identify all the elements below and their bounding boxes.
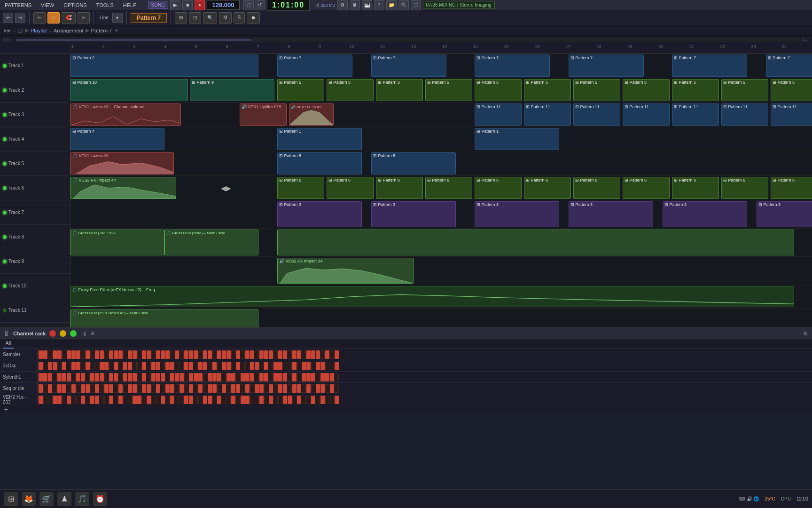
step-btn-step-row-seqordie-47[interactable] [259,384,264,393]
step-btn-step-row-seqordie-25[interactable] [156,384,160,393]
step-btn-step-row-seqordie-11[interactable] [90,384,94,393]
track-control-9[interactable]: Track 9 [0,249,70,274]
step-btn-step-row-sylenth1-25[interactable] [156,373,160,381]
step-btn-step-row-sampler-40[interactable] [226,350,231,359]
step-btn-step-row-veh2-5[interactable] [62,396,66,404]
step-btn-step-row-veh2-44[interactable] [245,396,250,404]
step-btn-step-row-3xosc-40[interactable] [226,362,231,370]
step-btn-step-row-sampler-22[interactable] [142,350,146,359]
step-btn-step-row-sylenth1-28[interactable] [170,373,174,381]
cr-btn-green[interactable] [70,330,77,337]
step-btn-step-row-3xosc-22[interactable] [142,362,146,370]
step-btn-step-row-seqordie-24[interactable] [151,384,156,393]
pattern-block-4-2[interactable]: ⊞ Pattern 1 [277,128,362,150]
step-btn-step-row-veh2-36[interactable] [208,396,212,404]
step-btn-step-row-sylenth1-9[interactable] [81,373,85,381]
step-btn-step-row-sampler-14[interactable] [104,350,109,359]
step-btn-step-row-sampler-60[interactable] [320,350,325,359]
step-btn-step-row-sampler-61[interactable] [325,350,329,359]
step-btn-step-row-sampler-11[interactable] [90,350,94,359]
step-btn-step-row-veh2-58[interactable] [311,396,315,404]
step-btn-step-row-sylenth1-39[interactable] [222,373,226,381]
piano-btn[interactable]: 🎵 [411,0,421,10]
channel-3xosc[interactable]: 3xOsc [0,360,37,372]
step-btn-step-row-veh2-51[interactable] [278,396,282,404]
channel-sampler[interactable]: Sampler [0,349,37,360]
step-btn-step-row-sylenth1-23[interactable] [147,373,151,381]
step-btn-step-row-veh2-37[interactable] [212,396,217,404]
step-btn-step-row-3xosc-31[interactable] [184,362,188,370]
step-btn-step-row-sampler-31[interactable] [184,350,188,359]
step-btn-step-row-sylenth1-60[interactable] [320,373,325,381]
step-btn-step-row-seqordie-52[interactable] [283,384,287,393]
step-btn-step-row-sampler-43[interactable] [241,350,245,359]
step-btn-step-row-sampler-34[interactable] [198,350,203,359]
audio-block-8-3[interactable] [277,230,794,255]
step-btn-step-row-veh2-22[interactable] [142,396,146,404]
step-btn-step-row-3xosc-11[interactable] [90,362,94,370]
step-btn-step-row-veh2-7[interactable] [71,396,76,404]
step-btn-step-row-sampler-2[interactable] [48,350,52,359]
menu-help[interactable]: HELP [121,1,139,9]
step-btn-step-row-seqordie-30[interactable] [180,384,184,393]
step-btn-step-row-3xosc-52[interactable] [283,362,287,370]
step-btn-step-row-sampler-27[interactable] [165,350,170,359]
step-btn-step-row-3xosc-61[interactable] [325,362,329,370]
step-btn-step-row-seqordie-43[interactable] [241,384,245,393]
pattern-block-5-2[interactable]: ⊞ Pattern 8 [277,152,362,175]
step-btn-step-row-seqordie-32[interactable] [189,384,193,393]
step-btn-step-row-3xosc-48[interactable] [264,362,268,370]
step-btn-step-row-veh2-28[interactable] [170,396,174,404]
step-btn-step-row-3xosc-14[interactable] [104,362,109,370]
step-btn-step-row-seqordie-1[interactable] [43,384,47,393]
step-btn-step-row-3xosc-19[interactable] [128,362,132,370]
step-btn-step-row-sampler-51[interactable] [278,350,282,359]
mode-expand-btn[interactable]: ▾ [112,13,123,23]
step-btn-step-row-sampler-9[interactable] [81,350,85,359]
snap-btn[interactable]: ⊡ [189,12,201,24]
pattern-block-3-10[interactable]: ⊞ Pattern 11 [771,103,812,126]
step-btn-step-row-seqordie-34[interactable] [198,384,203,393]
pattern-block-2-10[interactable]: ⊞ Pattern 5 [623,79,670,101]
step-btn-step-row-seqordie-29[interactable] [175,384,179,393]
pattern-block-3-8[interactable]: ⊞ Pattern 11 [672,103,719,126]
step-btn-step-row-seqordie-18[interactable] [123,384,127,393]
step-btn-step-row-3xosc-51[interactable] [278,362,282,370]
step-btn-step-row-seqordie-54[interactable] [292,384,297,393]
step-btn-step-row-sylenth1-55[interactable] [297,373,301,381]
step-btn-step-row-sampler-28[interactable] [170,350,174,359]
step-btn-step-row-sylenth1-17[interactable] [118,373,123,381]
pattern-block-6-3[interactable]: ⊞ Pattern 6 [327,177,374,199]
track-led-10[interactable] [3,284,7,288]
step-btn-step-row-veh2-23[interactable] [147,396,151,404]
step-btn-step-row-seqordie-58[interactable] [311,384,315,393]
step-btn-step-row-3xosc-45[interactable] [250,362,254,370]
step-btn-step-row-seqordie-48[interactable] [264,384,268,393]
track-control-8[interactable]: Track 8 [0,225,70,249]
step-btn-step-row-sylenth1-58[interactable] [311,373,315,381]
step-btn-step-row-seqordie-53[interactable] [288,384,292,393]
step-btn-step-row-3xosc-44[interactable] [245,362,250,370]
step-btn-step-row-sampler-39[interactable] [222,350,226,359]
track-control-10[interactable]: Track 10 [0,274,70,298]
step-btn-step-row-3xosc-0[interactable] [39,362,43,370]
step-btn-step-row-3xosc-5[interactable] [62,362,66,370]
step-btn-step-row-sylenth1-16[interactable] [114,373,118,381]
track-control-3[interactable]: Track 3 [0,103,70,127]
step-btn-step-row-sylenth1-42[interactable] [236,373,240,381]
track-led-5[interactable] [3,162,7,166]
step-btn-step-row-seqordie-21[interactable] [137,384,141,393]
track-control-6[interactable]: Track 6 [0,176,70,200]
step-btn-step-row-veh2-57[interactable] [306,396,311,404]
breadcrumb-pattern[interactable]: Pattern 7 [91,28,112,33]
step-btn-step-row-sampler-35[interactable] [203,350,207,359]
step-btn-step-row-veh2-54[interactable] [292,396,297,404]
step-btn-step-row-seqordie-59[interactable] [316,384,320,393]
step-btn-step-row-sylenth1-35[interactable] [203,373,207,381]
track-control-4[interactable]: Track 4 [0,127,70,151]
step-btn-step-row-sylenth1-40[interactable] [226,373,231,381]
step-btn-step-row-sampler-46[interactable] [255,350,259,359]
pattern-block-2-4[interactable]: ⊞ Pattern 5 [327,79,374,101]
pattern-block-2-7[interactable]: ⊞ Pattern 5 [475,79,522,101]
step-btn-step-row-sylenth1-43[interactable] [241,373,245,381]
